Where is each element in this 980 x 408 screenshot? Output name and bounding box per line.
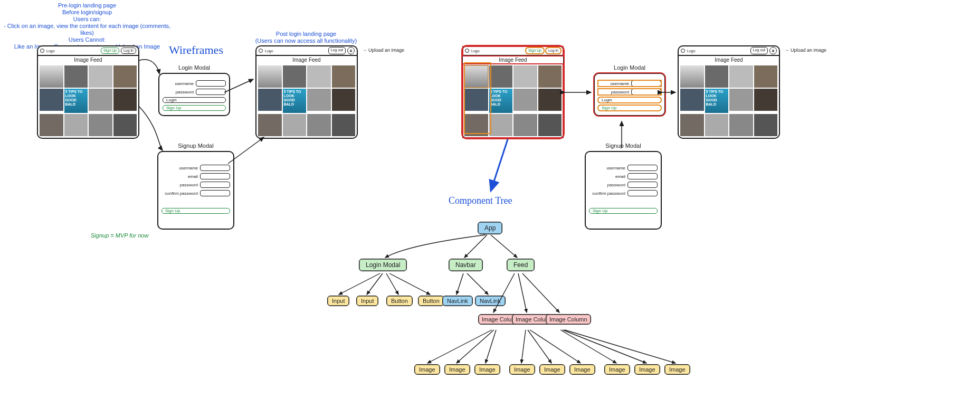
image-tile[interactable] [729,89,753,111]
image-tile[interactable] [258,89,282,111]
logout-button[interactable]: Log out [750,47,768,54]
signup-button[interactable]: Sign Up [101,48,119,54]
image-tile[interactable] [89,114,112,136]
node-image: Image [444,364,470,375]
image-tile[interactable] [538,89,562,111]
field-row: password [163,89,226,95]
image-tile[interactable] [307,89,331,111]
logout-button[interactable]: Log out [328,47,346,54]
signup-link-button[interactable]: Sign Up [163,105,226,111]
image-tile[interactable] [64,65,88,88]
image-tile[interactable] [113,65,137,88]
image-tile[interactable] [307,114,331,136]
image-tile[interactable] [40,65,63,88]
heading-component-tree: Component Tree [449,195,512,206]
heading-wireframes: Wireframes [169,43,223,57]
image-tile-caption[interactable]: 5 TIPS TO LOOK GOOD BALD [283,89,307,113]
image-tile[interactable] [680,65,704,88]
signup-link-button[interactable]: Sign Up [598,105,661,111]
image-tile[interactable] [489,114,513,136]
image-tile[interactable] [113,89,137,111]
login-button[interactable]: Log in [546,48,561,54]
image-tile[interactable] [705,65,729,88]
signup-mvp-note: Signup = MVP for now [91,232,148,239]
node-image: Image [539,364,565,375]
image-tile[interactable] [513,114,537,136]
titlebar: Logo Log out + [256,46,357,56]
image-tile-caption[interactable]: 5 TIPS TO LOOK GOOD BALD [489,89,513,113]
image-tile[interactable] [40,89,63,111]
confirm-password-input[interactable] [627,190,658,196]
login-submit-button[interactable]: Login [163,97,226,103]
image-tile[interactable] [40,114,63,136]
image-tile[interactable] [705,114,729,136]
image-feed-grid: 5 TIPS TO LOOK GOOD BALD [679,64,779,138]
login-modal: username password Login Sign Up [594,73,665,116]
image-tile[interactable] [729,65,753,88]
logo-label: Logo [471,49,480,53]
image-tile[interactable] [332,65,356,88]
image-tile[interactable] [680,89,704,111]
image-tile[interactable] [489,65,513,88]
image-tile[interactable] [64,114,88,136]
username-input[interactable] [631,80,661,87]
image-feed-grid: 5 TIPS TO LOOK GOOD BALD [38,64,138,138]
titlebar: Logo Log out + [679,46,779,56]
modal-title: Signup Modal [157,143,234,149]
signup-button[interactable]: Sign Up [526,48,544,54]
email-input[interactable] [200,173,230,179]
titlebar: Logo Sign Up Log in [38,46,138,56]
confirm-password-input[interactable] [200,190,230,196]
image-tile[interactable] [283,65,307,88]
image-tile[interactable] [113,114,137,136]
login-button[interactable]: Log in [121,48,136,54]
image-tile-caption[interactable]: 5 TIPS TO LOOK GOOD BALD [705,89,729,113]
login-submit-button[interactable]: Login [598,97,661,103]
username-input[interactable] [627,165,658,171]
login-modal-group-highlighted: Login Modal username password Login Sign… [594,64,665,116]
feed-title: Image Feed [38,56,138,64]
image-tile[interactable] [89,89,112,111]
password-input[interactable] [631,89,661,95]
field-row: password [161,182,230,188]
field-row: username [598,80,661,87]
image-tile[interactable] [538,114,562,136]
node-navbar: Navbar [449,259,483,271]
username-input[interactable] [200,165,230,171]
node-input: Input [356,296,378,306]
image-tile[interactable] [258,114,282,136]
image-tile[interactable] [513,89,537,111]
image-tile[interactable] [89,65,112,88]
image-tile[interactable] [307,65,331,88]
node-login-modal: Login Modal [359,259,407,271]
password-input[interactable] [200,182,230,188]
password-input[interactable] [627,182,658,188]
image-tile[interactable] [332,114,356,136]
image-column-highlight [464,62,491,134]
label-username: username [610,81,629,86]
image-tile[interactable] [754,65,778,88]
modal-title: Signup Modal [585,143,662,149]
image-tile[interactable] [754,114,778,136]
image-tile[interactable] [258,65,282,88]
image-tile[interactable] [729,114,753,136]
upload-plus-icon[interactable]: + [347,47,355,54]
node-image: Image [569,364,595,375]
ann-line: Users can: [0,16,174,23]
image-tile[interactable] [538,65,562,88]
field-row: password [589,182,658,188]
image-tile[interactable] [283,114,307,136]
username-input[interactable] [196,80,226,87]
signup-submit-button[interactable]: Sign Up [161,208,230,214]
node-app: App [478,222,502,234]
signup-modal-group: Signup Modal username email password con… [157,143,234,230]
node-image: Image [414,364,440,375]
password-input[interactable] [196,89,226,95]
email-input[interactable] [627,173,658,179]
image-tile[interactable] [680,114,704,136]
image-tile[interactable] [332,89,356,111]
image-tile[interactable] [513,65,537,88]
image-tile-caption[interactable]: 5 TIPS TO LOOK GOOD BALD [64,89,88,113]
upload-plus-icon[interactable]: + [769,47,777,54]
image-tile[interactable] [754,89,778,111]
